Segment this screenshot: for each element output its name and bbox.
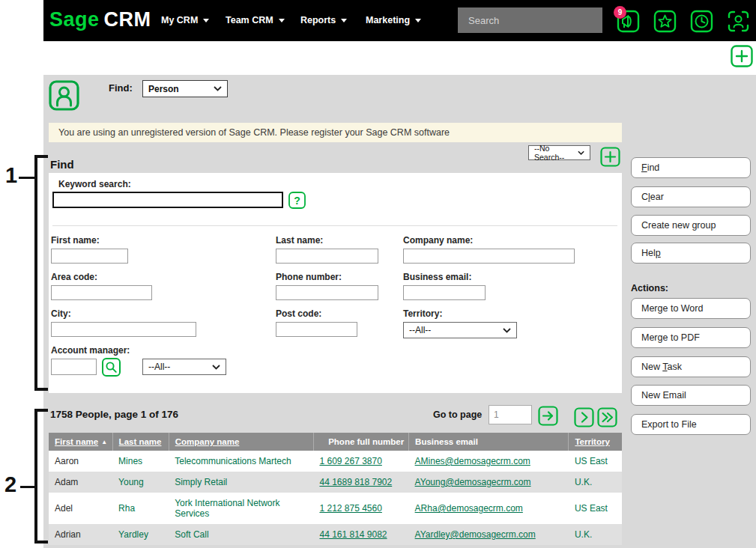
cell-first: Adrian xyxy=(49,524,112,545)
find-entity-select[interactable]: Person xyxy=(142,80,228,97)
nav-menu-my-crm[interactable]: My CRM xyxy=(161,15,209,25)
new-record-plus-icon[interactable] xyxy=(731,45,753,67)
email-link[interactable]: AYoung@demosagecrm.com xyxy=(415,477,531,487)
recent-clock-icon[interactable] xyxy=(690,10,713,33)
email-link[interactable]: AYardley@demosagecrm.com xyxy=(415,529,536,540)
cell-email: AMines@demosagecrm.com xyxy=(409,451,569,472)
next-page-chevron-icon[interactable] xyxy=(574,407,594,427)
goto-page-arrow-icon[interactable] xyxy=(538,406,558,426)
person-entity-icon xyxy=(49,80,79,111)
area-code-label: Area code: xyxy=(51,272,97,282)
find-label: Find: xyxy=(109,82,133,94)
keyword-help-icon[interactable]: ? xyxy=(288,192,306,209)
territory-link[interactable]: US East xyxy=(575,456,608,466)
chevron-down-icon xyxy=(341,19,347,22)
logo-sage-text: Sage xyxy=(49,8,100,31)
chevron-down-icon xyxy=(415,19,421,22)
last-link[interactable]: Young xyxy=(118,477,144,487)
table-row: AaronMinesTelecommunications Martech1 60… xyxy=(49,451,622,472)
chevron-down-icon xyxy=(503,328,511,333)
cell-email: AYardley@demosagecrm.com xyxy=(409,524,569,545)
city-input[interactable] xyxy=(51,322,196,337)
last-link[interactable]: Mines xyxy=(118,456,142,466)
company-link[interactable]: Soft Call xyxy=(175,529,208,540)
area-code-input[interactable] xyxy=(51,285,152,300)
column-header-first-name[interactable]: First name▲ xyxy=(49,433,112,451)
logo-crm-text: CRM xyxy=(104,8,151,31)
company-link[interactable]: Simply Retail xyxy=(175,477,227,487)
merge-to-pdf-button[interactable]: Merge to PDF xyxy=(631,327,751,348)
email-link[interactable]: AMines@demosagecrm.com xyxy=(415,456,530,466)
sort-ascending-icon: ▲ xyxy=(101,439,107,445)
territory-link[interactable]: U.K. xyxy=(575,529,592,540)
create-new-group-button[interactable]: Create new group xyxy=(631,215,751,236)
merge-to-word-button[interactable]: Merge to Word xyxy=(631,298,751,319)
column-header-last-name[interactable]: Last name xyxy=(112,433,169,451)
business-email-input[interactable] xyxy=(403,285,486,300)
company-link[interactable]: Telecommunications Martech xyxy=(175,456,291,466)
column-header-company-name[interactable]: Company name xyxy=(169,433,313,451)
account-manager-search-icon[interactable] xyxy=(102,358,121,377)
post-code-label: Post code: xyxy=(276,308,321,319)
territory-label: Territory: xyxy=(403,308,442,319)
company-name-label: Company name: xyxy=(403,235,473,246)
last-name-input[interactable] xyxy=(276,249,378,264)
column-header-business-email: Business email xyxy=(409,433,569,451)
cell-last: Rha xyxy=(112,493,169,524)
cell-email: AYoung@demosagecrm.com xyxy=(409,472,569,493)
phone-number-input[interactable] xyxy=(276,285,378,300)
chevron-down-icon xyxy=(578,150,584,155)
help-button[interactable]: Help xyxy=(631,243,751,264)
keyword-search-input[interactable] xyxy=(52,192,283,208)
column-header-phone-full-number: Phone full number xyxy=(313,433,408,451)
nav-menu-marketing[interactable]: Marketing xyxy=(366,15,421,25)
first-name-input[interactable] xyxy=(51,249,128,264)
last-link[interactable]: Rha xyxy=(118,503,135,514)
account-manager-select[interactable]: --All-- xyxy=(142,359,226,375)
cell-phone: 1 609 267 3870 xyxy=(313,451,408,472)
clear-button[interactable]: Clear xyxy=(631,186,751,207)
find-entity-selected-value: Person xyxy=(148,84,179,94)
saved-search-select[interactable]: --No Search-- xyxy=(528,145,590,160)
cell-company: Soft Call xyxy=(169,524,313,545)
account-manager-label: Account manager: xyxy=(51,345,130,356)
goto-page-input[interactable] xyxy=(489,405,532,424)
favorites-star-icon[interactable] xyxy=(653,10,677,33)
add-saved-search-plus-icon[interactable] xyxy=(600,147,620,167)
warning-text: You are using an unregistered version of… xyxy=(58,127,450,138)
new-task-button[interactable]: New Task xyxy=(631,356,751,377)
results-summary: 1758 People, page 1 of 176 xyxy=(50,409,178,420)
global-search-input[interactable] xyxy=(458,15,600,26)
annotation-number-2: 2 xyxy=(4,472,16,497)
phone-link[interactable]: 44 161 814 9082 xyxy=(319,529,387,540)
nav-menu-team-crm[interactable]: Team CRM xyxy=(226,15,285,25)
last-page-double-chevron-icon[interactable] xyxy=(597,407,617,427)
company-link[interactable]: York International Network Services xyxy=(175,498,279,519)
phone-link[interactable]: 1 609 267 3870 xyxy=(319,456,381,466)
territory-link[interactable]: US East xyxy=(575,503,608,514)
export-to-file-button[interactable]: Export to File xyxy=(631,414,751,435)
last-link[interactable]: Yardley xyxy=(118,529,148,540)
territory-select[interactable]: --All-- xyxy=(403,322,517,338)
cell-phone: 1 212 875 4560 xyxy=(313,493,408,524)
find-section-title: Find xyxy=(50,158,74,171)
chevron-down-icon xyxy=(203,19,209,22)
post-code-input[interactable] xyxy=(276,322,357,337)
chevron-down-icon xyxy=(279,19,285,22)
company-name-input[interactable] xyxy=(403,249,575,264)
find-button[interactable]: Find xyxy=(631,157,751,178)
nav-menu-reports[interactable]: Reports xyxy=(300,15,347,25)
profile-person-icon[interactable] xyxy=(727,10,750,33)
column-header-territory[interactable]: Territory xyxy=(569,433,622,451)
annotation-bracket-1 xyxy=(34,155,48,391)
notification-badge: 9 xyxy=(614,6,626,19)
phone-link[interactable]: 44 1689 818 7902 xyxy=(319,477,392,487)
account-manager-input[interactable] xyxy=(51,359,97,375)
email-link[interactable]: ARha@demosagecrm.com xyxy=(415,503,523,514)
global-search-box xyxy=(458,7,602,33)
new-email-button[interactable]: New Email xyxy=(631,385,751,406)
chevron-down-icon xyxy=(212,365,220,370)
phone-link[interactable]: 1 212 875 4560 xyxy=(319,503,381,514)
territory-link[interactable]: U.K. xyxy=(575,477,592,487)
sage-crm-logo[interactable]: SageCRM xyxy=(49,8,151,31)
